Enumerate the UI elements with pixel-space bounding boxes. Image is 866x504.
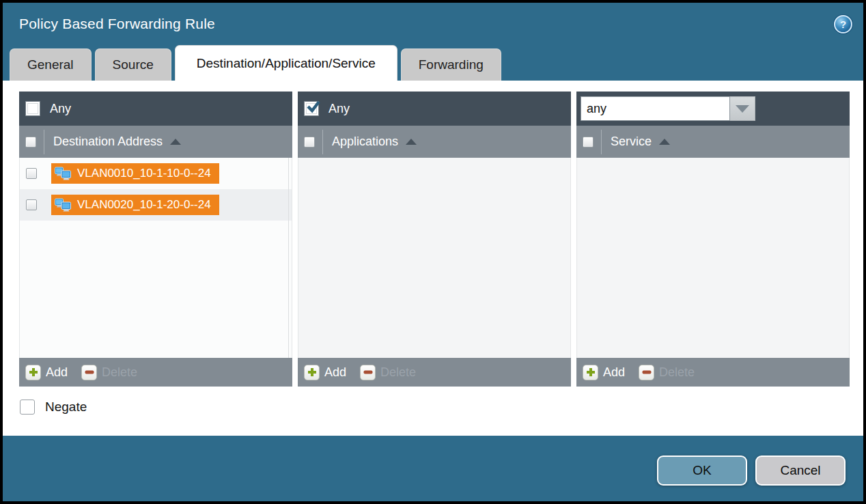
service-header-label[interactable]: Service xyxy=(611,135,652,149)
table-row: VLAN0020_10-1-20-0--24 xyxy=(20,189,292,221)
service-add-button[interactable]: Add xyxy=(603,365,625,380)
chevron-down-icon xyxy=(736,105,749,113)
tab-content-panel: Any Destination Address xyxy=(3,81,863,436)
delete-icon[interactable] xyxy=(81,365,97,380)
service-list xyxy=(576,158,850,358)
address-object-label: VLAN0010_10-1-10-0--24 xyxy=(77,167,211,180)
applications-list xyxy=(298,158,571,358)
add-icon[interactable] xyxy=(583,365,598,380)
checkmark-icon xyxy=(305,100,322,115)
negate-label: Negate xyxy=(45,400,87,415)
destination-any-bar: Any xyxy=(19,92,292,126)
destination-header-label[interactable]: Destination Address xyxy=(53,135,163,149)
help-icon[interactable]: ? xyxy=(834,15,852,33)
columns: Any Destination Address xyxy=(19,92,850,387)
service-delete-button[interactable]: Delete xyxy=(659,365,695,380)
add-icon[interactable] xyxy=(25,365,41,380)
negate-row: Negate xyxy=(19,400,850,415)
cancel-button[interactable]: Cancel xyxy=(755,456,846,486)
destination-address-list: VLAN0010_10-1-10-0--24 xyxy=(19,158,292,358)
destination-footer-bar: Add Delete xyxy=(19,358,292,387)
applications-any-checkbox[interactable] xyxy=(304,101,319,116)
header-divider xyxy=(322,130,323,154)
dialog-title: Policy Based Forwarding Rule xyxy=(19,16,215,32)
sort-ascending-icon[interactable] xyxy=(170,139,181,145)
address-object-chip[interactable]: VLAN0020_10-1-20-0--24 xyxy=(51,195,219,215)
applications-delete-button[interactable]: Delete xyxy=(380,365,416,380)
tab-general[interactable]: General xyxy=(10,48,92,81)
service-dropdown-bar: any xyxy=(576,92,850,126)
network-address-icon xyxy=(54,198,72,212)
service-dropdown-button[interactable] xyxy=(730,96,755,121)
address-object-chip[interactable]: VLAN0010_10-1-10-0--24 xyxy=(51,163,219,184)
applications-column-header: Applications xyxy=(298,126,571,158)
dialog-actions: OK Cancel xyxy=(657,456,846,486)
row-checkbox[interactable] xyxy=(26,199,37,210)
service-column: any Service Add xyxy=(576,92,850,387)
tab-source[interactable]: Source xyxy=(95,48,171,81)
row-checkbox[interactable] xyxy=(26,168,37,179)
address-object-label: VLAN0020_10-1-20-0--24 xyxy=(77,198,211,212)
applications-add-button[interactable]: Add xyxy=(324,365,346,380)
tab-bar: General Source Destination/Application/S… xyxy=(3,45,863,81)
negate-checkbox[interactable] xyxy=(20,400,35,415)
applications-any-label[interactable]: Any xyxy=(329,102,350,116)
add-icon[interactable] xyxy=(304,365,320,380)
applications-header-label[interactable]: Applications xyxy=(332,135,398,149)
destination-any-label[interactable]: Any xyxy=(50,102,71,116)
delete-icon[interactable] xyxy=(360,365,376,380)
ok-button[interactable]: OK xyxy=(657,456,747,486)
destination-address-column: Any Destination Address xyxy=(19,92,292,387)
service-select-all-checkbox[interactable] xyxy=(583,137,593,148)
table-row: VLAN0010_10-1-10-0--24 xyxy=(20,158,292,189)
applications-column: Any Applications Add Delete xyxy=(298,92,571,387)
applications-any-bar: Any xyxy=(298,92,571,126)
service-footer-bar: Add Delete xyxy=(576,358,850,387)
header-divider xyxy=(601,130,602,154)
destination-any-checkbox[interactable] xyxy=(25,101,40,116)
destination-column-header: Destination Address xyxy=(19,126,292,158)
dialog-titlebar: Policy Based Forwarding Rule ? xyxy=(3,3,863,45)
service-dropdown[interactable]: any xyxy=(581,96,755,121)
network-address-icon xyxy=(54,167,72,181)
applications-select-all-checkbox[interactable] xyxy=(304,137,315,148)
service-dropdown-value[interactable]: any xyxy=(581,96,730,121)
header-divider xyxy=(44,130,44,154)
sort-ascending-icon[interactable] xyxy=(659,139,670,145)
destination-delete-button[interactable]: Delete xyxy=(102,365,137,380)
tab-forwarding[interactable]: Forwarding xyxy=(401,48,501,81)
tab-destination-application-service[interactable]: Destination/Application/Service xyxy=(175,45,397,81)
destination-select-all-checkbox[interactable] xyxy=(25,137,36,148)
destination-add-button[interactable]: Add xyxy=(46,365,68,380)
policy-based-forwarding-dialog: { "window": { "title": "Policy Based For… xyxy=(0,0,866,504)
sort-ascending-icon[interactable] xyxy=(406,139,417,145)
applications-footer-bar: Add Delete xyxy=(298,358,571,387)
service-column-header: Service xyxy=(576,126,850,158)
delete-icon[interactable] xyxy=(639,365,654,380)
